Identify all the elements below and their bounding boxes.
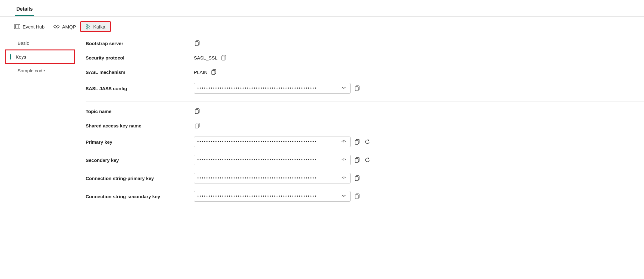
reveal-secondary-key-button[interactable] <box>340 157 347 163</box>
copy-security-protocol-button[interactable] <box>221 54 227 61</box>
label-conn-string-primary: Connection string-primary key <box>86 176 194 181</box>
svg-rect-10 <box>195 42 198 46</box>
label-primary-key: Primary key <box>86 139 194 145</box>
svg-point-2 <box>18 26 19 27</box>
svg-point-8 <box>89 27 90 28</box>
sidebar-item-sample-code[interactable]: Sample code <box>8 64 75 77</box>
tab-event-hub[interactable]: Event Hub <box>10 21 49 32</box>
value-security-protocol: SASL_SSL <box>194 55 217 60</box>
label-conn-string-secondary: Connection string-secondary key <box>86 194 194 199</box>
svg-point-1 <box>18 25 19 26</box>
svg-rect-30 <box>355 177 358 181</box>
regenerate-primary-key-button[interactable] <box>364 138 371 145</box>
copy-primary-key-button[interactable] <box>354 138 361 145</box>
svg-rect-14 <box>212 70 215 75</box>
masked-conn-string-secondary: ••••••••••••••••••••••••••••••••••••••••… <box>197 194 340 199</box>
copy-conn-string-secondary-button[interactable] <box>354 193 361 200</box>
svg-point-31 <box>343 196 344 197</box>
label-shared-access-key-name: Shared access key name <box>86 123 194 128</box>
svg-point-22 <box>343 142 344 142</box>
highlight-kafka: Kafka <box>80 21 110 32</box>
svg-point-28 <box>343 178 344 179</box>
main-content: Bootstrap server Security protocol SASL_… <box>75 34 644 212</box>
row-topic-name: Topic name <box>86 104 644 118</box>
svg-point-6 <box>87 28 88 29</box>
row-sasl-jass-config: SASL JASS config •••••••••••••••••••••••… <box>86 79 644 97</box>
kafka-icon <box>86 24 91 29</box>
sidebar-item-keys[interactable]: Keys <box>6 50 74 63</box>
sidebar: Basic Keys Sample code <box>8 34 75 212</box>
copy-sasl-jass-config-button[interactable] <box>354 85 361 92</box>
tab-amqp[interactable]: AMQP <box>49 21 80 32</box>
svg-point-5 <box>87 26 88 27</box>
label-sasl-mechanism: SASL mechanism <box>86 70 194 75</box>
label-security-protocol: Security protocol <box>86 55 194 60</box>
masked-sasl-jass-config: ••••••••••••••••••••••••••••••••••••••••… <box>197 86 340 90</box>
reveal-sasl-jass-config-button[interactable] <box>340 85 347 92</box>
regenerate-secondary-key-button[interactable] <box>364 157 371 163</box>
svg-point-25 <box>343 160 344 161</box>
copy-shared-access-key-name-button[interactable] <box>194 122 201 129</box>
tab-kafka-label: Kafka <box>93 24 105 29</box>
svg-point-7 <box>89 25 90 26</box>
masked-secondary-key: ••••••••••••••••••••••••••••••••••••••••… <box>197 158 340 162</box>
label-sasl-jass-config: SASL JASS config <box>86 86 194 91</box>
reveal-conn-string-secondary-button[interactable] <box>340 193 347 200</box>
top-tabs: Details <box>0 4 644 17</box>
svg-rect-0 <box>14 24 20 29</box>
svg-rect-27 <box>355 158 358 163</box>
copy-bootstrap-server-button[interactable] <box>194 40 201 47</box>
svg-rect-17 <box>355 87 358 91</box>
svg-rect-12 <box>222 56 225 60</box>
svg-rect-33 <box>355 195 358 199</box>
amqp-icon <box>53 24 60 29</box>
row-bootstrap-server: Bootstrap server <box>86 36 644 50</box>
row-secondary-key: Secondary key ••••••••••••••••••••••••••… <box>86 151 644 169</box>
highlight-keys: Keys <box>5 49 75 64</box>
value-sasl-mechanism: PLAIN <box>194 70 207 75</box>
svg-point-3 <box>18 27 19 28</box>
label-secondary-key: Secondary key <box>86 158 194 163</box>
input-conn-string-primary[interactable]: ••••••••••••••••••••••••••••••••••••••••… <box>194 173 351 183</box>
row-conn-string-primary: Connection string-primary key ••••••••••… <box>86 169 644 187</box>
input-primary-key[interactable]: ••••••••••••••••••••••••••••••••••••••••… <box>194 137 351 147</box>
svg-rect-19 <box>195 110 198 114</box>
masked-conn-string-primary: ••••••••••••••••••••••••••••••••••••••••… <box>197 176 340 180</box>
svg-point-4 <box>87 24 88 25</box>
input-sasl-jass-config[interactable]: ••••••••••••••••••••••••••••••••••••••••… <box>194 83 351 94</box>
row-primary-key: Primary key ••••••••••••••••••••••••••••… <box>86 133 644 151</box>
label-topic-name: Topic name <box>86 109 194 114</box>
row-conn-string-secondary: Connection string-secondary key ••••••••… <box>86 187 644 205</box>
tab-amqp-label: AMQP <box>62 24 76 29</box>
label-bootstrap-server: Bootstrap server <box>86 41 194 46</box>
input-secondary-key[interactable]: ••••••••••••••••••••••••••••••••••••••••… <box>194 155 351 165</box>
row-shared-access-key-name: Shared access key name <box>86 118 644 133</box>
copy-conn-string-primary-button[interactable] <box>354 175 361 182</box>
copy-sasl-mechanism-button[interactable] <box>210 69 217 75</box>
sidebar-item-basic[interactable]: Basic <box>8 37 75 49</box>
input-conn-string-secondary[interactable]: ••••••••••••••••••••••••••••••••••••••••… <box>194 191 351 202</box>
tab-kafka[interactable]: Kafka <box>81 22 109 31</box>
masked-primary-key: ••••••••••••••••••••••••••••••••••••••••… <box>197 140 340 144</box>
divider <box>86 101 644 101</box>
row-security-protocol: Security protocol SASL_SSL <box>86 50 644 65</box>
svg-rect-21 <box>195 124 198 128</box>
svg-rect-24 <box>355 140 358 144</box>
protocol-tabs: Event Hub AMQP Kafka <box>0 17 644 34</box>
reveal-primary-key-button[interactable] <box>340 138 347 145</box>
copy-topic-name-button[interactable] <box>194 108 201 115</box>
svg-point-15 <box>343 88 344 89</box>
reveal-conn-string-primary-button[interactable] <box>340 175 347 182</box>
tab-details[interactable]: Details <box>15 4 34 16</box>
copy-secondary-key-button[interactable] <box>354 157 361 163</box>
tab-event-hub-label: Event Hub <box>23 24 45 29</box>
event-hub-icon <box>14 24 20 29</box>
row-sasl-mechanism: SASL mechanism PLAIN <box>86 65 644 79</box>
